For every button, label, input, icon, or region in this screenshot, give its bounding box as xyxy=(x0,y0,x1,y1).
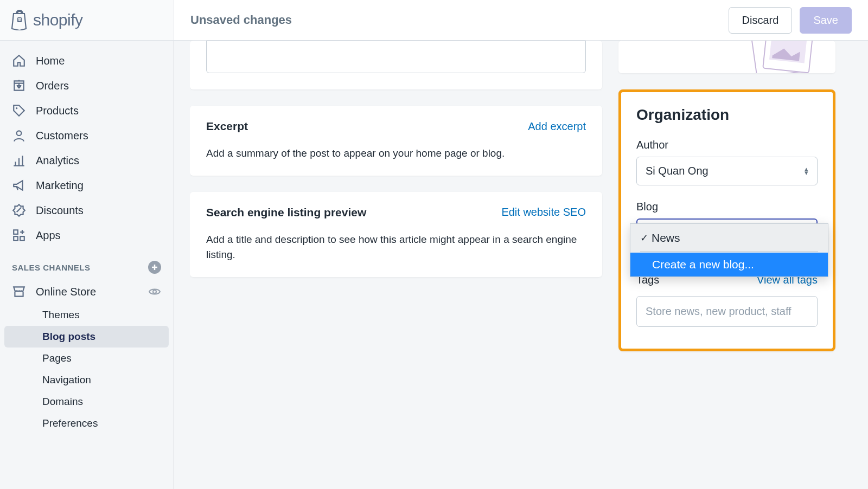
sidebar-item-label: Orders xyxy=(36,80,69,92)
sidebar-item-online-store[interactable]: Online Store xyxy=(0,279,173,304)
sidebar: Home Orders Products Customers Analytics… xyxy=(0,41,174,489)
sidebar-subitem-navigation[interactable]: Navigation xyxy=(4,369,169,391)
add-channel-button[interactable] xyxy=(148,261,161,274)
sidebar-subitem-blog-posts[interactable]: Blog posts xyxy=(4,326,169,348)
sidebar-item-apps[interactable]: Apps xyxy=(0,223,173,248)
orders-icon xyxy=(12,79,26,93)
sidebar-item-products[interactable]: Products xyxy=(0,98,173,123)
svg-point-2 xyxy=(17,131,22,136)
sidebar-item-label: Analytics xyxy=(36,155,79,167)
sidebar-item-home[interactable]: Home xyxy=(0,48,173,73)
svg-rect-4 xyxy=(14,236,18,241)
sidebar-item-analytics[interactable]: Analytics xyxy=(0,148,173,173)
sales-channels-header: SALES CHANNELS xyxy=(0,248,173,279)
sidebar-item-label: Products xyxy=(36,105,79,117)
seo-card: Search engine listing preview Edit websi… xyxy=(190,192,602,277)
excerpt-card: Excerpt Add excerpt Add a summary of the… xyxy=(190,106,602,176)
content-editor[interactable] xyxy=(206,41,586,73)
svg-rect-5 xyxy=(20,236,24,241)
sidebar-item-label: Marketing xyxy=(36,179,84,192)
featured-image-card xyxy=(618,41,835,73)
add-excerpt-link[interactable]: Add excerpt xyxy=(528,120,586,133)
sidebar-subitem-pages[interactable]: Pages xyxy=(4,348,169,369)
brand-logo: shopify xyxy=(0,10,174,30)
sidebar-item-label: Apps xyxy=(36,229,61,242)
blog-option-create-new[interactable]: Create a new blog... xyxy=(630,253,828,276)
seo-description: Add a title and description to see how t… xyxy=(206,232,586,263)
plus-icon xyxy=(151,263,158,271)
discounts-icon xyxy=(12,203,26,217)
marketing-icon xyxy=(12,178,26,192)
author-select[interactable]: Si Quan Ong ▴▾ xyxy=(636,157,818,185)
unsaved-changes-label: Unsaved changes xyxy=(190,13,292,27)
svg-point-1 xyxy=(16,107,17,109)
content-editor-card xyxy=(190,41,602,89)
sidebar-item-discounts[interactable]: Discounts xyxy=(0,198,173,223)
dropdown-divider xyxy=(640,251,818,252)
blog-option-news[interactable]: News xyxy=(630,226,828,250)
author-label: Author xyxy=(636,139,818,151)
products-icon xyxy=(12,104,26,118)
excerpt-description: Add a summary of the post to appear on y… xyxy=(206,146,586,162)
view-icon[interactable] xyxy=(148,285,161,298)
sidebar-subitem-themes[interactable]: Themes xyxy=(4,304,169,326)
image-placeholder-illustration xyxy=(732,41,830,73)
svg-rect-3 xyxy=(14,230,18,234)
seo-title: Search engine listing preview xyxy=(206,206,366,219)
blog-label: Blog xyxy=(636,201,818,213)
blog-dropdown-menu: News Create a new blog... xyxy=(630,223,828,277)
author-value: Si Quan Ong xyxy=(646,165,709,177)
sidebar-item-label: Discounts xyxy=(36,204,84,217)
analytics-icon xyxy=(12,153,26,168)
sidebar-item-orders[interactable]: Orders xyxy=(0,73,173,98)
excerpt-title: Excerpt xyxy=(206,120,248,133)
sidebar-subitem-preferences[interactable]: Preferences xyxy=(4,413,169,434)
apps-icon xyxy=(12,228,26,242)
discard-button[interactable]: Discard xyxy=(729,7,793,34)
shopify-bag-icon xyxy=(11,10,29,30)
customers-icon xyxy=(12,128,26,143)
edit-seo-link[interactable]: Edit website SEO xyxy=(501,206,586,218)
sidebar-item-label: Customers xyxy=(36,130,88,142)
sidebar-item-label: Online Store xyxy=(36,286,96,298)
store-icon xyxy=(12,285,26,299)
sidebar-subitem-domains[interactable]: Domains xyxy=(4,391,169,413)
organization-card: Organization Author Si Quan Ong ▴▾ Blog … xyxy=(618,89,835,351)
sidebar-item-label: Home xyxy=(36,55,65,67)
tags-input[interactable] xyxy=(636,296,818,327)
save-button[interactable]: Save xyxy=(800,7,852,34)
select-chevrons-icon: ▴▾ xyxy=(805,168,808,175)
sidebar-item-customers[interactable]: Customers xyxy=(0,123,173,148)
home-icon xyxy=(12,54,26,68)
organization-title: Organization xyxy=(636,106,818,124)
sidebar-item-marketing[interactable]: Marketing xyxy=(0,173,173,198)
svg-point-6 xyxy=(153,290,156,293)
